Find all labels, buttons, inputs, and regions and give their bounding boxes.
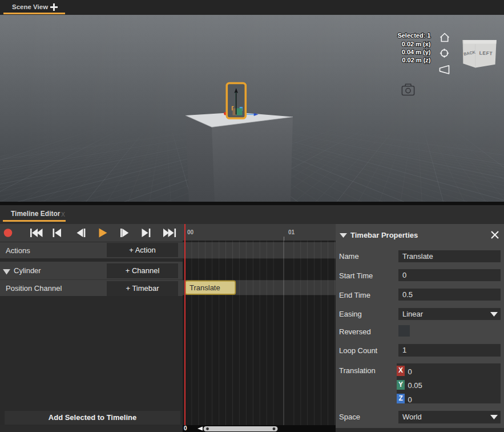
svg-text:0.02 m (z): 0.02 m (z): [402, 57, 430, 63]
svg-text:0.02 m (x): 0.02 m (x): [402, 41, 431, 47]
svg-text:LEFT: LEFT: [479, 50, 493, 56]
svg-text:0.04 m (y): 0.04 m (y): [402, 49, 431, 55]
svg-text:Translate: Translate: [189, 283, 220, 292]
svg-text:Selected: 1: Selected: 1: [397, 32, 430, 39]
